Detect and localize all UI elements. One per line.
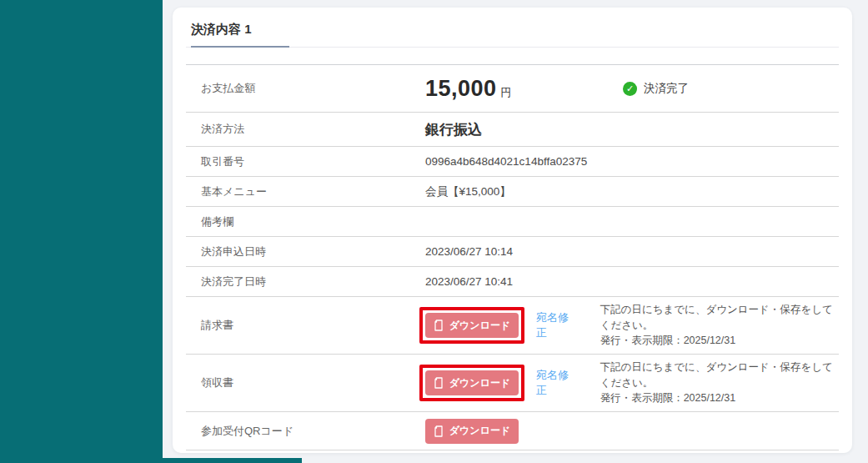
row-label: 決済方法 [201, 122, 425, 137]
row-label: お支払金額 [201, 81, 425, 96]
document-icon [434, 377, 444, 389]
row-remarks: 備考欄 [186, 207, 839, 237]
invoice-download-button[interactable]: ダウンロード [425, 313, 519, 338]
amount-unit: 円 [501, 85, 512, 100]
basic-menu-value: 会員【¥15,000】 [425, 184, 511, 199]
bottom-bar [0, 458, 302, 463]
title-accent-underline [191, 46, 289, 48]
completed-datetime-value: 2023/06/27 10:41 [425, 275, 513, 288]
payment-amount: 15,000 円 [425, 76, 571, 102]
amount-value: 15,000 [425, 76, 497, 102]
row-label: 領収書 [201, 375, 425, 390]
check-circle-icon: ✓ [623, 82, 637, 96]
note-text: 下記の日にちまでに、ダウンロード・保存をしてください。 [600, 360, 839, 391]
receipt-download-button[interactable]: ダウンロード [425, 370, 519, 395]
download-button-label: ダウンロード [449, 319, 510, 333]
main-content: 決済内容 1 お支払金額 15,000 円 ✓ 決済完了 決済方法 銀行振込 [163, 0, 868, 463]
note-deadline: 発行・表示期限：2025/12/31 [600, 390, 839, 406]
status-label: 決済完了 [644, 81, 689, 96]
transaction-number-value: 0996a4b648d4021c14bffa02375 [425, 155, 587, 168]
card-header: 決済内容 1 [186, 8, 839, 48]
invoice-edit-recipient-link[interactable]: 宛名修正 [536, 310, 578, 340]
row-label: 請求書 [201, 318, 425, 333]
row-applied-datetime: 決済申込日時 2023/06/27 10:14 [186, 237, 839, 267]
row-qr-code: 参加受付QRコード ダウンロード [186, 412, 839, 450]
row-completed-datetime: 決済完了日時 2023/06/27 10:41 [186, 267, 839, 297]
row-label: 取引番号 [201, 154, 425, 169]
app-window: 決済内容 1 お支払金額 15,000 円 ✓ 決済完了 決済方法 銀行振込 [0, 0, 868, 463]
payment-method-value: 銀行振込 [425, 120, 482, 139]
row-label: 基本メニュー [201, 184, 425, 199]
row-receipt: 領収書 ダウンロード 宛名修正 下記の日にちまでに、ダウンロード・保存をしてくだ… [186, 355, 839, 412]
status-badge: ✓ 決済完了 [623, 81, 689, 96]
qr-code-download-button[interactable]: ダウンロード [425, 419, 519, 444]
download-button-label: ダウンロード [449, 424, 510, 438]
row-label: 参加受付QRコード [201, 424, 425, 439]
receipt-note: 下記の日にちまでに、ダウンロード・保存をしてください。 発行・表示期限：2025… [600, 360, 839, 406]
row-transaction-number: 取引番号 0996a4b648d4021c14bffa02375 [186, 147, 839, 177]
sidebar [0, 0, 163, 463]
highlight-frame: ダウンロード [419, 365, 524, 401]
highlight-frame: ダウンロード [419, 307, 524, 344]
receipt-edit-recipient-link[interactable]: 宛名修正 [536, 368, 578, 398]
document-icon [434, 320, 444, 331]
row-payment-amount: お支払金額 15,000 円 ✓ 決済完了 [186, 65, 839, 113]
download-button-label: ダウンロード [449, 376, 510, 390]
note-text: 下記の日にちまでに、ダウンロード・保存をしてください。 [600, 302, 839, 334]
row-invoice: 請求書 ダウンロード 宛名修正 下記の日にちまでに、ダウンロード・保存をしてくだ… [186, 297, 839, 355]
applied-datetime-value: 2023/06/27 10:14 [425, 245, 513, 258]
document-icon [434, 425, 444, 437]
row-basic-menu: 基本メニュー 会員【¥15,000】 [186, 177, 839, 207]
invoice-note: 下記の日にちまでに、ダウンロード・保存をしてください。 発行・表示期限：2025… [600, 302, 839, 349]
note-deadline: 発行・表示期限：2025/12/31 [600, 333, 839, 349]
payment-detail-card: 決済内容 1 お支払金額 15,000 円 ✓ 決済完了 決済方法 銀行振込 [173, 8, 852, 453]
row-label: 備考欄 [201, 214, 425, 229]
header-divider [186, 48, 839, 65]
row-label: 決済申込日時 [201, 244, 425, 259]
page-title: 決済内容 1 [191, 22, 252, 36]
row-payment-method: 決済方法 銀行振込 [186, 113, 839, 147]
row-label: 決済完了日時 [201, 274, 425, 289]
